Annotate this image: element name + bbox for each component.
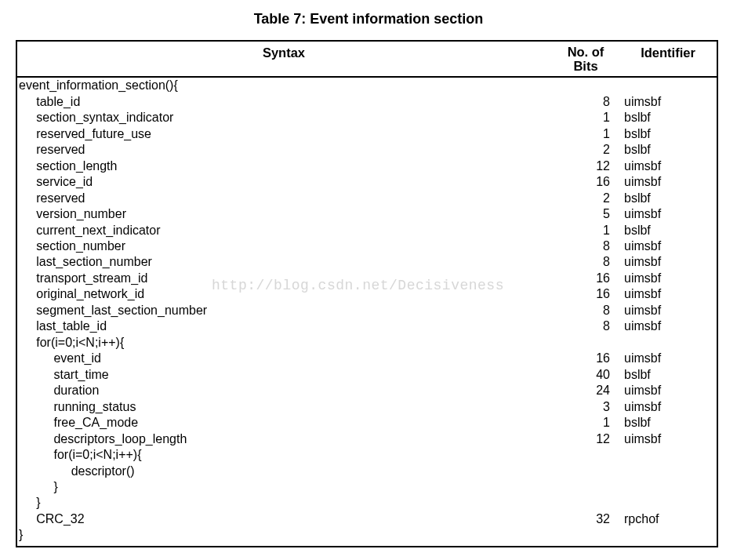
bits-cell [550, 447, 621, 463]
bits-cell: 1 [550, 223, 621, 238]
syntax-cell: CRC_32 [17, 511, 550, 527]
table-row: event_information_section(){ [17, 78, 717, 93]
identifier-cell: bslbf [621, 191, 715, 206]
syntax-cell: free_CA_mode [17, 415, 550, 431]
table-row: descriptor() [17, 464, 717, 479]
table-row: segment_last_section_number8uimsbf [17, 303, 717, 318]
table-row: } [17, 527, 717, 543]
identifier-cell: bslbf [621, 126, 715, 142]
table-body: event_information_section(){ table_id8ui… [17, 78, 717, 546]
table-row: version_number5uimsbf [17, 206, 717, 222]
bits-cell [550, 479, 621, 495]
syntax-cell: for(i=0;i<N;i++){ [17, 335, 550, 351]
bits-cell: 40 [550, 367, 621, 383]
table-row: } [17, 479, 717, 495]
identifier-cell: bslbf [621, 367, 715, 383]
table-row: reserved2bslbf [17, 142, 717, 158]
table-row: start_time40bslbf [17, 367, 717, 383]
bits-cell: 16 [550, 174, 621, 190]
bits-cell: 3 [550, 399, 621, 415]
bits-cell: 2 [550, 191, 621, 206]
bits-cell: 8 [550, 303, 621, 318]
syntax-cell: current_next_indicator [17, 223, 550, 238]
syntax-cell: table_id [17, 94, 550, 110]
identifier-cell: uimsbf [621, 271, 715, 286]
bits-cell: 2 [550, 142, 621, 158]
identifier-cell: bslbf [621, 142, 715, 158]
bits-cell [550, 78, 621, 93]
table-row: section_number8uimsbf [17, 238, 717, 254]
syntax-cell: duration [17, 383, 550, 398]
identifier-cell: bslbf [621, 110, 715, 125]
bits-cell [550, 527, 621, 543]
syntax-table: Syntax No. ofBits Identifier event_infor… [16, 40, 718, 547]
identifier-cell [621, 495, 715, 511]
identifier-cell: uimsbf [621, 383, 715, 398]
bits-cell: 24 [550, 383, 621, 398]
table-row: last_table_id8uimsbf [17, 318, 717, 334]
header-syntax: Syntax [17, 42, 550, 76]
identifier-cell [621, 78, 715, 93]
identifier-cell: bslbf [621, 223, 715, 238]
table-row: } [17, 495, 717, 511]
identifier-cell: uimsbf [621, 303, 715, 318]
syntax-cell: event_id [17, 351, 550, 366]
bits-cell [550, 335, 621, 351]
table-row: section_length12uimsbf [17, 158, 717, 174]
identifier-cell: uimsbf [621, 158, 715, 174]
table-row: current_next_indicator1bslbf [17, 223, 717, 238]
identifier-cell: uimsbf [621, 254, 715, 270]
syntax-cell: start_time [17, 367, 550, 383]
identifier-cell: bslbf [621, 415, 715, 431]
bits-cell: 16 [550, 351, 621, 366]
bits-cell: 8 [550, 94, 621, 110]
table-row: for(i=0;i<N;i++){ [17, 335, 717, 351]
bits-cell: 8 [550, 318, 621, 334]
syntax-cell: service_id [17, 174, 550, 190]
identifier-cell: uimsbf [621, 94, 715, 110]
table-row: service_id16uimsbf [17, 174, 717, 190]
bits-cell: 1 [550, 126, 621, 142]
bits-cell: 5 [550, 206, 621, 222]
identifier-cell: uimsbf [621, 399, 715, 415]
syntax-cell: running_status [17, 399, 550, 415]
table-row: reserved2bslbf [17, 191, 717, 206]
bits-cell: 12 [550, 431, 621, 447]
bits-cell: 1 [550, 415, 621, 431]
table-row: section_syntax_indicator1bslbf [17, 110, 717, 125]
table-row: event_id16uimsbf [17, 351, 717, 366]
syntax-cell: reserved [17, 191, 550, 206]
identifier-cell [621, 464, 715, 479]
syntax-cell: original_network_id [17, 286, 550, 302]
table-row: for(i=0;i<N;i++){ [17, 447, 717, 463]
syntax-cell: } [17, 479, 550, 495]
syntax-cell: segment_last_section_number [17, 303, 550, 318]
table-row: descriptors_loop_length12uimsbf [17, 431, 717, 447]
bits-cell: 32 [550, 511, 621, 527]
identifier-cell [621, 479, 715, 495]
syntax-cell: for(i=0;i<N;i++){ [17, 447, 550, 463]
syntax-cell: last_section_number [17, 254, 550, 270]
syntax-cell: section_length [17, 158, 550, 174]
table-row: table_id8uimsbf [17, 94, 717, 110]
bits-cell: 8 [550, 238, 621, 254]
table-row: original_network_id16uimsbf [17, 286, 717, 302]
syntax-cell: descriptor() [17, 464, 550, 479]
identifier-cell: uimsbf [621, 351, 715, 366]
identifier-cell [621, 447, 715, 463]
bits-cell: 12 [550, 158, 621, 174]
identifier-cell: uimsbf [621, 318, 715, 334]
header-bits: No. ofBits [550, 42, 621, 76]
identifier-cell: rpchof [621, 511, 715, 527]
identifier-cell: uimsbf [621, 174, 715, 190]
table-row: running_status3uimsbf [17, 399, 717, 415]
syntax-cell: } [17, 495, 550, 511]
syntax-cell: section_number [17, 238, 550, 254]
bits-cell [550, 464, 621, 479]
syntax-cell: transport_stream_id [17, 271, 550, 286]
table-header-row: Syntax No. ofBits Identifier [17, 42, 717, 78]
table-row: CRC_3232rpchof [17, 511, 717, 527]
bits-cell: 8 [550, 254, 621, 270]
syntax-cell: last_table_id [17, 318, 550, 334]
identifier-cell: uimsbf [621, 431, 715, 447]
